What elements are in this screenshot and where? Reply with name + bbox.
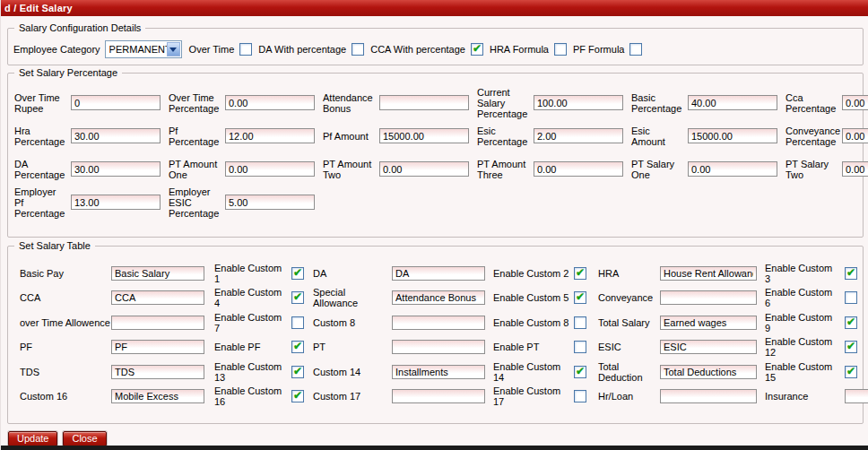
enable-pf-label: Enable PF — [214, 342, 288, 352]
pt-salary-two-input[interactable] — [842, 161, 868, 177]
overtime-label: Over Time — [189, 44, 235, 55]
enable-custom-16-checkbox[interactable] — [291, 390, 304, 402]
da-with-percentage-checkbox[interactable] — [352, 43, 364, 56]
conveyance-input[interactable] — [660, 290, 757, 305]
hra-percentage-input[interactable] — [71, 128, 161, 143]
cca-with-percentage-checkbox[interactable] — [471, 43, 483, 56]
pt-amount-two-label: PT Amount Two — [323, 159, 375, 180]
enable-custom-16-label: Enable Custom 16 — [214, 385, 288, 407]
employee-category-label: Employee Category — [13, 44, 100, 55]
da-input[interactable] — [392, 266, 485, 281]
esic-amount-input[interactable] — [688, 128, 777, 143]
pt-amount-one-input[interactable] — [225, 161, 315, 177]
employer-esic-percentage-label: Employer ESIC Percentage — [169, 186, 221, 219]
enable-custom-14-checkbox[interactable] — [574, 366, 586, 378]
enable-custom-14-label: Enable Custom 14 — [493, 361, 569, 383]
special-allowance-label: Special Allowance — [313, 287, 392, 308]
window-bottom-edge — [1, 446, 868, 450]
total-deduction-input[interactable] — [660, 365, 757, 379]
total-salary-input[interactable] — [660, 316, 757, 330]
enable-custom-2-checkbox[interactable] — [574, 267, 586, 280]
esic-percentage-input[interactable] — [534, 128, 623, 143]
overtime-checkbox[interactable] — [239, 43, 252, 56]
basic-percentage-label: Basic Percentage — [631, 92, 683, 114]
enable-custom-8-checkbox[interactable] — [574, 316, 586, 329]
basic-percentage-input[interactable] — [688, 95, 777, 110]
enable-custom-7-label: Enable Custom 7 — [214, 312, 288, 333]
hra-formula-option: HRA Formula — [490, 43, 567, 56]
enable-custom-1-checkbox[interactable] — [291, 267, 304, 280]
enable-custom-9-checkbox[interactable] — [845, 316, 857, 329]
tds-input[interactable] — [111, 365, 204, 379]
over-time-allowence-input[interactable] — [111, 316, 204, 330]
pt-input[interactable] — [392, 340, 485, 354]
hra-label: HRA — [598, 268, 660, 279]
update-button[interactable]: Update — [8, 431, 57, 446]
custom-14-input[interactable] — [392, 365, 485, 379]
enable-custom-4-checkbox[interactable] — [291, 291, 304, 304]
employer-esic-percentage-input[interactable] — [225, 195, 315, 210]
enable-custom-6-label: Enable Custom 6 — [765, 287, 840, 308]
enable-custom-12-checkbox[interactable] — [845, 341, 857, 353]
employer-pf-percentage-input[interactable] — [71, 195, 161, 210]
pt-amount-three-label: PT Amount Three — [477, 159, 529, 180]
da-with-percentage-option: DA With percentage — [258, 43, 364, 56]
close-button[interactable]: Close — [63, 431, 106, 446]
chevron-down-icon[interactable] — [167, 42, 180, 56]
total-deduction-label: Total Deduction — [598, 361, 660, 383]
esic-input[interactable] — [660, 340, 757, 354]
pf-percentage-input[interactable] — [225, 128, 315, 143]
enable-custom-13-checkbox[interactable] — [291, 366, 304, 378]
custom-16-input[interactable] — [111, 389, 204, 403]
over-time-allowence-label: over Time Allowence — [20, 317, 111, 328]
table-row: Basic PayEnable Custom 1 DAEnable Custom… — [20, 261, 868, 286]
title-bar: d / Edit Salary — [1, 0, 868, 16]
pt-salary-one-input[interactable] — [688, 161, 777, 177]
table-row: TDSEnable Custom 13 Custom 14Enable Cust… — [20, 359, 868, 385]
over-time-rupee-input[interactable] — [71, 95, 161, 110]
enable-pt-checkbox[interactable] — [574, 341, 586, 353]
enable-custom-5-checkbox[interactable] — [574, 291, 586, 304]
enable-custom-17-checkbox[interactable] — [574, 390, 586, 402]
attendance-bonus-input[interactable] — [379, 95, 469, 110]
enable-custom-3-checkbox[interactable] — [845, 267, 857, 280]
custom-8-label: Custom 8 — [313, 317, 392, 328]
enable-custom-1-label: Enable Custom 1 — [214, 263, 288, 284]
current-salary-percentage-input[interactable] — [534, 95, 623, 110]
cca-percentage-input[interactable] — [842, 95, 868, 110]
tds-label: TDS — [20, 367, 111, 377]
enable-custom-2-label: Enable Custom 2 — [493, 268, 569, 279]
pf-amount-input[interactable] — [379, 128, 469, 143]
hra-percentage-label: Hra Percentage — [14, 125, 66, 147]
cca-with-percentage-option: CCA With percentage — [370, 43, 483, 56]
custom-8-input[interactable] — [392, 316, 485, 330]
special-allowance-input[interactable] — [392, 290, 485, 305]
pt-salary-two-label: PT Salary Two — [786, 159, 838, 180]
da-label: DA — [313, 268, 392, 279]
enable-custom-15-checkbox[interactable] — [845, 366, 857, 378]
da-percentage-input[interactable] — [71, 161, 161, 177]
conveyance-percentage-input[interactable] — [842, 128, 868, 143]
hra-formula-checkbox[interactable] — [554, 43, 567, 56]
over-time-percentage-input[interactable] — [225, 95, 315, 110]
enable-custom-7-checkbox[interactable] — [291, 316, 304, 329]
enable-pf-checkbox[interactable] — [291, 341, 304, 353]
table-row: CCAEnable Custom 4 Special AllowanceEnab… — [20, 286, 868, 311]
hra-input[interactable] — [660, 266, 757, 281]
percentage-row: Hra Percentage Pf Percentage Pf Amount E… — [14, 119, 868, 152]
pt-amount-two-input[interactable] — [379, 161, 469, 177]
pf-formula-checkbox[interactable] — [629, 43, 642, 56]
pt-amount-three-input[interactable] — [534, 161, 623, 177]
pf-formula-option: PF Formula — [573, 43, 642, 56]
custom-17-input[interactable] — [392, 389, 485, 403]
basic-pay-input[interactable] — [111, 266, 204, 281]
enable-custom-6-checkbox[interactable] — [845, 291, 857, 304]
pf-input[interactable] — [111, 340, 204, 354]
insurance-input[interactable] — [845, 389, 868, 403]
cca-input[interactable] — [111, 290, 204, 305]
hr-loan-input[interactable] — [660, 389, 757, 403]
percentage-row: Employer Pf Percentage Employer ESIC Per… — [14, 186, 868, 219]
employee-category-select[interactable]: PERMANENT — [105, 40, 182, 58]
da-percentage-label: DA Percentage — [14, 159, 66, 180]
pf-percentage-label: Pf Percentage — [169, 125, 221, 147]
